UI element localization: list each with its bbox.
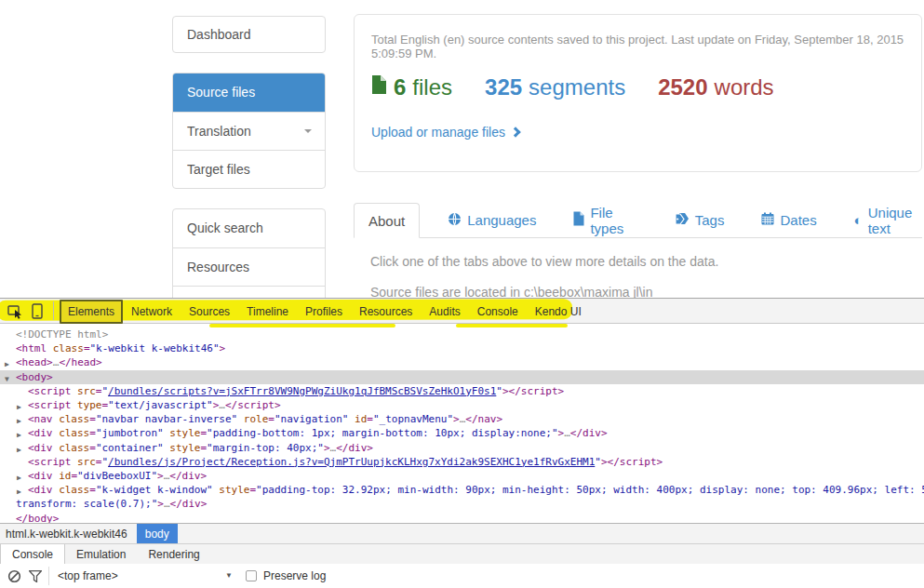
tab-languages[interactable]: Languages	[448, 203, 536, 237]
stat-words: 2520 words	[658, 74, 773, 100]
code-token: </head>	[59, 356, 101, 368]
code-token: <div	[28, 427, 59, 439]
devtools-tab-profiles[interactable]: Profiles	[297, 302, 351, 321]
file-icon	[371, 74, 387, 100]
code-token: class	[59, 427, 89, 439]
code-token: =	[89, 427, 96, 439]
inspect-element-icon[interactable]	[7, 303, 23, 323]
code-line[interactable]: <script src="/bundles/js/Project/Recepti…	[0, 455, 924, 469]
sidebar-group-files: Source files Translation Target files	[172, 73, 326, 189]
code-line[interactable]: ▶<div id="divBeeboxUI">…</div>	[0, 469, 924, 483]
segments-count: 325	[485, 74, 522, 100]
code-token: <script	[28, 385, 77, 397]
code-token: id	[59, 470, 71, 482]
code-line[interactable]: transform: scale(0.7);">…</div>	[0, 497, 924, 511]
code-line[interactable]: ▶<div class="jumbotron" style="padding-b…	[0, 426, 924, 440]
devtools-tab-sources[interactable]: Sources	[181, 302, 238, 321]
breadcrumb-html[interactable]: html.k-webkit.k-webkit46	[0, 528, 127, 541]
clear-console-icon[interactable]	[7, 569, 21, 586]
sidebar: Dashboard Source files Translation Targe…	[172, 16, 326, 325]
drawer-tab-rendering[interactable]: Rendering	[137, 544, 210, 564]
code-token: </div>	[570, 427, 608, 439]
sidebar-item-target-files[interactable]: Target files	[173, 150, 325, 188]
code-token: <html	[16, 342, 53, 354]
preserve-log-label: Preserve log	[263, 569, 326, 582]
devtools-tab-kendo-ui[interactable]: Kendo UI	[527, 302, 590, 321]
code-token: …	[219, 399, 225, 411]
tags-icon	[673, 212, 690, 229]
code-token: <script	[28, 399, 77, 411]
code-line[interactable]: ▶<div class="k-widget k-window" style="p…	[0, 483, 924, 497]
code-token: =	[84, 342, 90, 354]
calendar-icon	[761, 212, 774, 228]
code-line[interactable]: <!DOCTYPE html>	[0, 327, 924, 341]
code-token: "navbar navbar-inverse"	[96, 413, 237, 425]
sidebar-item-translation[interactable]: Translation	[173, 112, 325, 150]
tab-dates[interactable]: Dates	[761, 203, 816, 237]
preserve-log-checkbox[interactable]	[246, 570, 257, 581]
code-token: </div>	[336, 442, 373, 454]
code-line[interactable]: ▶<nav class="navbar navbar-inverse" role…	[0, 412, 924, 426]
code-line[interactable]: </body>	[0, 512, 924, 523]
code-token: <nav	[28, 413, 59, 425]
devtools-tab-audits[interactable]: Audits	[421, 302, 468, 321]
devtools-tab-console[interactable]: Console	[469, 302, 527, 321]
tab-file-types[interactable]: File types	[573, 203, 635, 237]
code-token: </div>	[170, 498, 208, 510]
code-line[interactable]: <script src="/bundles/scripts?v=jSxFTrr8…	[0, 384, 924, 398]
summary-text: Total English (en) source contents saved…	[371, 33, 921, 60]
files-count: 6	[394, 74, 406, 100]
chevron-right-icon	[510, 127, 520, 137]
upload-manage-files-link[interactable]: Upload or manage files	[371, 125, 519, 140]
tab-tags[interactable]: Tags	[673, 203, 725, 237]
frame-selector[interactable]: <top frame>	[58, 569, 118, 582]
devtools-tabs: Elements Network Sources Timeline Profil…	[60, 299, 590, 324]
globe-icon	[448, 212, 462, 229]
tab-label: Unique text	[868, 205, 922, 236]
tab-label: Dates	[780, 212, 816, 228]
sidebar-item-dashboard[interactable]: Dashboard	[172, 16, 326, 53]
device-mode-icon[interactable]	[31, 303, 44, 323]
devtools-toolbar: Elements Network Sources Timeline Profil…	[0, 299, 924, 324]
code-token: =	[268, 413, 275, 425]
code-line[interactable]: ▼<body>	[0, 370, 924, 384]
devtools-breadcrumb: html.k-webkit.k-webkit46 body	[0, 523, 924, 543]
code-token: …	[164, 498, 170, 510]
sidebar-item-resources[interactable]: Resources	[173, 247, 325, 286]
sidebar-item-quick-search[interactable]: Quick search	[173, 209, 325, 247]
code-token: type	[77, 399, 102, 411]
code-token: <script	[28, 456, 77, 468]
chevron-down-icon[interactable]: ▼	[225, 571, 233, 580]
tab-unique-text[interactable]: ◐ Unique text	[854, 203, 922, 237]
code-line[interactable]: ▶<head>…</head>	[0, 355, 924, 369]
devtools-tab-timeline[interactable]: Timeline	[238, 302, 297, 321]
code-token: id	[348, 413, 367, 425]
code-token: "container"	[96, 442, 164, 454]
code-token: role	[237, 413, 268, 425]
devtools-tab-elements[interactable]: Elements	[60, 300, 123, 324]
code-token: ></script>	[601, 456, 663, 468]
code-token: <!DOCTYPE html>	[16, 328, 108, 341]
tab-label: Tags	[695, 212, 725, 228]
code-line[interactable]: ▶<script type="text/javascript">…</scrip…	[0, 398, 924, 412]
devtools-tab-network[interactable]: Network	[123, 302, 181, 321]
project-summary-panel: Total English (en) source contents saved…	[354, 14, 922, 172]
drawer-tab-console[interactable]: Console	[0, 544, 65, 564]
sidebar-item-source-files[interactable]: Source files	[173, 74, 325, 112]
code-line[interactable]: <html class="k-webkit k-webkit46">	[0, 341, 924, 355]
code-token: class	[59, 442, 89, 454]
code-token: >	[220, 342, 226, 354]
code-token: </div>	[169, 470, 207, 482]
code-token: </nav>	[465, 413, 502, 425]
drawer-tab-emulation[interactable]: Emulation	[65, 544, 137, 564]
source-link[interactable]: /bundles/scripts?v=jSxFTrr8VW9NgPWgZiUkg…	[108, 385, 496, 397]
code-token: >	[453, 413, 460, 425]
code-line[interactable]: ▶<div class="container" style="margin-to…	[0, 441, 924, 455]
breadcrumb-body[interactable]: body	[137, 524, 178, 543]
filter-icon[interactable]	[29, 570, 42, 585]
source-link[interactable]: /bundles/js/Project/Reception.js?v=QjmPT…	[108, 456, 595, 468]
detail-tabs: About Languages File types Tags Dates ◐ …	[354, 203, 922, 238]
tab-about[interactable]: About	[354, 203, 420, 238]
code-token: src	[77, 385, 96, 397]
devtools-tab-resources[interactable]: Resources	[351, 302, 421, 321]
